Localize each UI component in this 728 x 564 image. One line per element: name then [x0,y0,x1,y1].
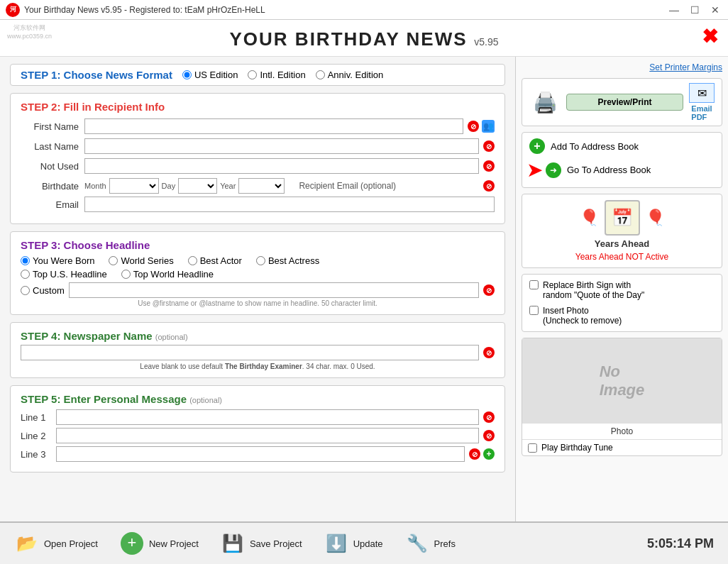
last-name-clear-icon[interactable]: ⊘ [483,140,495,152]
step4-title-text: STEP 4: Newspaper Name [21,330,155,342]
newspaper-clear-icon[interactable]: ⊘ [483,347,495,358]
play-tune-label: Play Birthday Tune [541,443,613,453]
step5-section: STEP 5: Enter Personal Message (optional… [10,385,505,472]
printer-margins-link[interactable]: Set Printer Margins [522,62,722,72]
line2-input[interactable] [56,428,479,443]
first-name-faces-icon[interactable]: 👥 [482,120,495,133]
line3-add-icon[interactable]: + [483,448,495,460]
year-select[interactable] [238,178,285,194]
balloon-left-icon: 🎈 [580,209,599,227]
headline-world2[interactable]: Top World Headline [121,269,214,280]
last-name-input[interactable] [84,138,479,154]
headline-us[interactable]: Top U.S. Headline [21,269,107,280]
line3-clear-icon[interactable]: ⊘ [469,448,480,460]
no-image-area: NoImage [522,338,722,424]
go-address-icon: ➜ [546,162,561,178]
birth-sign-label: Replace Birth Sign withrandom "Quote of … [543,280,644,300]
newspaper-input[interactable] [21,345,479,360]
go-address-label: Go To Address Book [567,165,651,175]
email-input[interactable] [84,197,495,212]
us-headline-label: Top U.S. Headline [33,269,107,280]
line1-input[interactable] [56,409,479,425]
line2-label: Line 2 [21,431,56,441]
window-controls[interactable]: — ☐ ✕ [666,4,722,16]
add-to-address-book-button[interactable]: + Add To Address Book [529,138,715,154]
years-ahead-section: 🎈 📅 🎈 Years Ahead Years Ahead NOT Active [522,194,722,268]
preview-print-button[interactable]: Preview/Print [566,94,683,111]
headline-actress[interactable]: Best Actress [256,255,319,266]
headline-custom[interactable]: Custom [21,285,65,296]
open-project-label: Open Project [44,538,98,549]
birth-sign-row: Replace Birth Sign withrandom "Quote of … [529,280,715,300]
headline-row-1: You Were Born World Series Best Actor Be… [21,255,495,266]
day-select[interactable] [178,178,217,194]
main-area: STEP 1: Choose News Format US Edition In… [0,57,728,521]
new-project-label: New Project [149,538,199,549]
insert-photo-label: Insert Photo(Uncheck to remove) [543,306,622,326]
app-version: v5.95 [474,36,498,48]
close-button[interactable]: ✕ [708,4,722,16]
headline-options: You Were Born World Series Best Actor Be… [21,255,495,307]
title-bar-text: Your Birthday News v5.95 - Registered to… [24,5,666,15]
balloon-right-icon: 🎈 [646,209,665,227]
month-select[interactable] [109,178,159,194]
email-field-row: Email [21,197,495,212]
line1-clear-icon[interactable]: ⊘ [483,411,495,423]
update-button[interactable]: ⬇️ Update [324,531,383,556]
prefs-button[interactable]: 🔧 Prefs [404,531,456,556]
headline-world[interactable]: World Series [109,255,173,266]
first-name-input[interactable] [84,118,463,134]
edition-anniv[interactable]: Anniv. Edition [316,70,384,80]
title-bar: 河 Your Birthday News v5.95 - Registered … [0,0,728,20]
save-project-button[interactable]: 💾 Save Project [220,531,302,556]
play-tune-checkbox[interactable] [528,443,537,453]
open-project-icon: 📂 [14,531,40,556]
open-project-button[interactable]: 📂 Open Project [14,531,98,556]
address-book-section: + Add To Address Book ➤ ➜ Go To Address … [522,132,722,188]
first-name-icons: ⊘ 👥 [468,120,495,133]
step2-section: STEP 2: Fill in Recipient Info First Nam… [10,93,505,224]
first-name-label: First Name [21,121,84,132]
line3-icons: ⊘ + [469,448,495,460]
intl-edition-label: Intl. Edition [260,70,305,80]
not-used-clear-icon[interactable]: ⊘ [483,160,495,172]
headline-hint: Use @firstname or @lastname to show name… [21,299,495,307]
line3-input[interactable] [56,446,465,462]
left-panel: STEP 1: Choose News Format US Edition In… [0,57,515,521]
first-name-clear-icon[interactable]: ⊘ [468,121,479,132]
headline-row-2: Top U.S. Headline Top World Headline [21,269,495,280]
custom-clear-icon[interactable]: ⊘ [483,284,495,296]
not-used-input[interactable] [84,158,479,174]
custom-headline-input[interactable] [69,282,479,298]
years-ahead-inner: 🎈 📅 🎈 [580,200,665,236]
edition-us[interactable]: US Edition [182,70,238,80]
line2-clear-icon[interactable]: ⊘ [483,430,495,441]
edition-intl[interactable]: Intl. Edition [248,70,305,80]
birth-sign-checkbox[interactable] [529,280,539,289]
us-edition-label: US Edition [194,70,238,80]
add-address-icon: + [529,138,545,154]
step1-section: STEP 1: Choose News Format US Edition In… [10,64,505,86]
headline-born[interactable]: You Were Born [21,255,94,266]
birthdate-row: Birthdate Month Day Year Recipient Email… [21,178,495,194]
app-close-button[interactable]: ✖ [702,27,718,47]
app-header: 河东软件网www.pc0359.cn YOUR BIRTHDAY NEWS v5… [0,20,728,57]
go-to-address-book-button[interactable]: ➜ Go To Address Book [546,162,651,178]
update-label: Update [353,538,383,549]
new-project-button[interactable]: + New Project [119,531,199,556]
born-label: You Were Born [33,255,94,266]
minimize-button[interactable]: — [666,4,682,16]
year-sublabel: Year [220,182,236,190]
photo-label: Photo [611,424,633,439]
new-project-icon: + [119,531,145,556]
last-name-icons: ⊘ [483,140,495,152]
app-title: YOUR BIRTHDAY NEWS [230,28,468,50]
insert-photo-checkbox[interactable] [529,306,539,315]
last-name-row: Last Name ⊘ [21,138,495,154]
headline-actor[interactable]: Best Actor [188,255,242,266]
calendar-icon[interactable]: 📅 [605,200,640,236]
maximize-button[interactable]: ☐ [688,4,702,16]
email-pdf-button[interactable]: ✉ EmailPDF [689,83,715,121]
email-clear-icon[interactable]: ⊘ [483,180,495,192]
line3-row: Line 3 ⊘ + [21,446,495,462]
